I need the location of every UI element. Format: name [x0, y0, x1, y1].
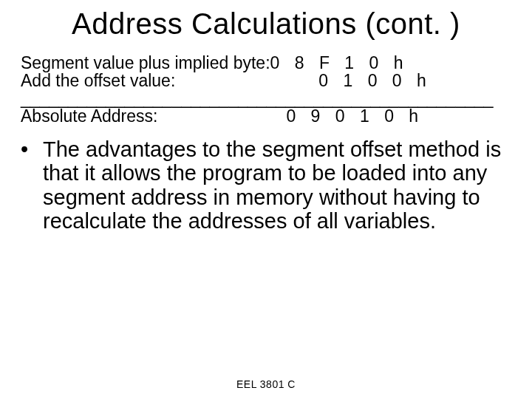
calc-value-offset: 0 1 0 0 h	[318, 72, 432, 89]
calc-value-segment: 0 8 F 1 0 h	[270, 54, 409, 72]
slide-footer: EEL 3801 C	[0, 378, 532, 390]
slide-title: Address Calculations (cont. )	[0, 7, 532, 41]
calc-value-absolute: 0 9 0 1 0 h	[286, 107, 423, 125]
spacer	[172, 107, 286, 125]
calc-row-offset: Add the offset value: 0 1 0 0 h	[21, 72, 511, 89]
calc-label-offset: Add the offset value:	[21, 72, 175, 89]
bullet-dot-icon: •	[21, 137, 43, 233]
address-calculation-block: Segment value plus implied byte: 0 8 F 1…	[21, 54, 511, 126]
slide: Address Calculations (cont. ) Segment va…	[0, 7, 532, 399]
spacer	[175, 72, 203, 89]
calc-label-segment: Segment value plus implied byte:	[21, 54, 270, 72]
bullet-list: • The advantages to the segment offset m…	[21, 137, 505, 233]
spacer	[203, 72, 318, 89]
calc-divider: ________________________________________…	[21, 89, 511, 107]
calc-row-absolute: Absolute Address: 0 9 0 1 0 h	[21, 107, 511, 125]
calc-label-absolute: Absolute Address:	[21, 107, 157, 125]
bullet-item: • The advantages to the segment offset m…	[21, 137, 505, 233]
spacer	[157, 107, 172, 125]
bullet-text: The advantages to the segment offset met…	[43, 137, 505, 233]
calc-row-segment: Segment value plus implied byte: 0 8 F 1…	[21, 54, 511, 72]
